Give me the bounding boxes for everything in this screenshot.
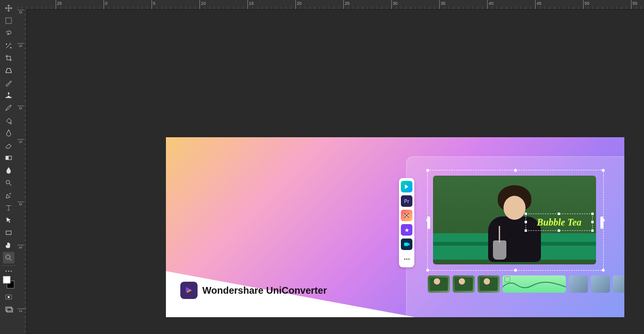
timeline-clip[interactable] <box>453 275 475 293</box>
app-icon-finalcut[interactable] <box>401 210 412 221</box>
artwork-layer[interactable]: Wondershare UniConverter Pr ★ ⋯ <box>166 137 624 317</box>
crop-tool[interactable] <box>3 52 14 64</box>
app-icon-premiere[interactable]: Pr <box>401 195 412 207</box>
foreground-background-swatch[interactable] <box>2 276 15 289</box>
text-overlay-box[interactable]: Bubble Tea <box>526 214 593 231</box>
svg-rect-2 <box>6 156 9 160</box>
app-icon-strip: Pr ★ ⋯ <box>399 178 414 267</box>
quickmask-toggle[interactable] <box>3 291 14 303</box>
timeline-audio-clip[interactable] <box>503 275 566 293</box>
overlay-text: Bubble Tea <box>537 217 581 228</box>
screen-mode-toggle[interactable] <box>3 304 14 315</box>
svg-point-8 <box>11 271 12 272</box>
timeline-clip[interactable] <box>613 275 624 293</box>
toolbox-separator <box>2 265 15 266</box>
canvas-area[interactable]: Wondershare UniConverter Pr ★ ⋯ <box>27 10 644 334</box>
wand-tool[interactable] <box>3 40 14 51</box>
sharpen-tool[interactable] <box>3 127 14 139</box>
app-icon-filmora[interactable] <box>401 181 412 192</box>
perspective-tool[interactable] <box>3 65 14 76</box>
zoom-tool[interactable] <box>3 252 14 263</box>
blur-tool[interactable] <box>3 165 14 176</box>
brand-text: Wondershare UniConverter <box>202 285 327 296</box>
rect-select-tool[interactable] <box>3 15 14 26</box>
svg-point-5 <box>6 255 10 259</box>
move-tool[interactable] <box>3 2 14 14</box>
svg-rect-14 <box>404 243 408 246</box>
pen-tool[interactable] <box>3 190 14 201</box>
trim-handle-left[interactable] <box>427 216 430 229</box>
svg-rect-0 <box>6 18 12 24</box>
svg-point-6 <box>6 271 7 272</box>
svg-point-7 <box>8 271 9 272</box>
brand-logo-icon <box>180 282 198 299</box>
timeline-clip[interactable] <box>428 275 450 293</box>
brush-tool[interactable] <box>3 77 14 89</box>
app-icon-more[interactable]: ⋯ <box>401 253 412 264</box>
more-dots[interactable] <box>3 268 14 274</box>
pointer-tool[interactable] <box>3 215 14 226</box>
dodge-tool[interactable] <box>3 177 14 189</box>
ruler-horizontal[interactable]: 202505101520253035404550556065 <box>17 0 644 10</box>
shape-tool[interactable] <box>3 227 14 239</box>
paint-tool[interactable] <box>3 102 14 114</box>
app-icon-wfilm[interactable] <box>401 239 412 250</box>
text-tool[interactable] <box>3 202 14 214</box>
app-icon-imovie[interactable]: ★ <box>401 224 412 236</box>
toolbox <box>0 0 17 334</box>
timeline-clip[interactable] <box>569 275 588 293</box>
eraser-tool[interactable] <box>3 140 14 151</box>
timeline-clip[interactable] <box>591 275 610 293</box>
trim-handle-right[interactable] <box>600 216 603 229</box>
gradient-tool[interactable] <box>3 152 14 164</box>
stamp-tool[interactable] <box>3 90 14 101</box>
svg-point-3 <box>6 180 10 184</box>
svg-point-10 <box>8 296 10 298</box>
lasso-tool[interactable] <box>3 27 14 39</box>
svg-rect-4 <box>6 231 12 235</box>
fill-tool[interactable] <box>3 115 14 126</box>
ruler-vertical[interactable]: 0505052 <box>17 10 27 334</box>
brand-lockup: Wondershare UniConverter <box>180 282 327 299</box>
timeline-strip[interactable] <box>428 275 624 293</box>
hand-tool[interactable] <box>3 239 14 251</box>
timeline-clip[interactable] <box>478 275 500 293</box>
